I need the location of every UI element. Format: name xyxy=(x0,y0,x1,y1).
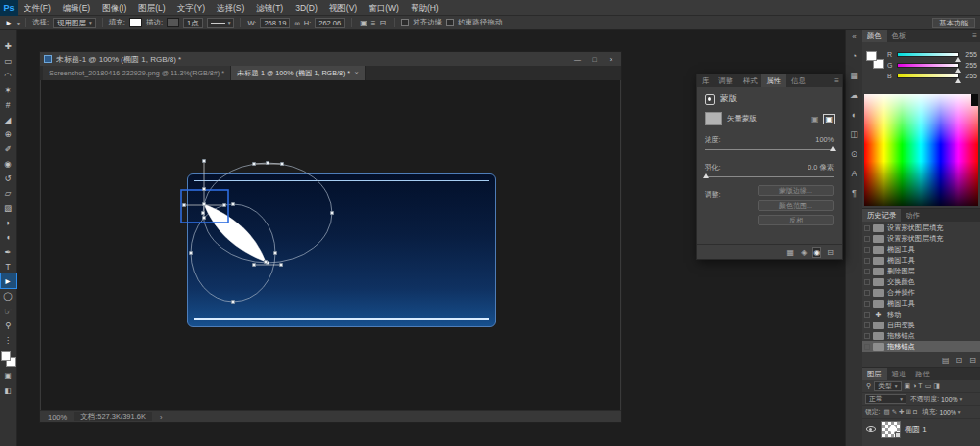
link-dimensions-icon[interactable]: ∞ xyxy=(294,19,299,27)
history-item[interactable]: 合并操作 xyxy=(862,287,980,298)
constrain-path-checkbox[interactable] xyxy=(446,19,454,26)
lock-all-icon[interactable]: ◘ xyxy=(912,408,918,415)
history-item[interactable]: 删除图层 xyxy=(862,266,980,276)
filter-type-dropdown[interactable]: 类型 ▾ xyxy=(874,381,901,391)
anchor-point[interactable] xyxy=(202,187,205,190)
minimize-button[interactable]: — xyxy=(571,56,584,63)
history-snapshot-box[interactable] xyxy=(864,290,870,296)
petal-shape[interactable] xyxy=(204,204,266,262)
height-field[interactable]: 262.06 xyxy=(315,18,345,28)
filter-search-icon[interactable]: ⚲ xyxy=(865,382,872,390)
eraser-tool[interactable]: ▱ xyxy=(1,185,16,200)
stroke-type-dropdown[interactable]: ▾ xyxy=(207,18,235,28)
history-item[interactable]: 椭圆工具 xyxy=(862,298,980,309)
history-snapshot-box[interactable] xyxy=(864,258,870,264)
lock-position-icon[interactable]: ✚ xyxy=(898,408,905,415)
history-snapshot-box[interactable] xyxy=(864,312,870,318)
color-tab-1[interactable]: 色板 xyxy=(887,29,911,42)
properties-tab-2[interactable]: 样式 xyxy=(738,74,762,87)
hand-tool[interactable]: ☞ xyxy=(1,303,16,318)
anchor-point[interactable] xyxy=(266,161,269,164)
gradient-tool[interactable]: ▨ xyxy=(1,200,16,215)
history-tab-1[interactable]: 动作 xyxy=(901,209,925,222)
layers-tab-0[interactable]: 图层 xyxy=(862,368,887,380)
menu-item-8[interactable]: 视图(V) xyxy=(323,0,363,16)
quick-mask-icon[interactable]: ▣ xyxy=(1,369,16,383)
maximize-button[interactable]: □ xyxy=(588,56,601,63)
stroke-width-field[interactable]: 1点 xyxy=(183,18,203,28)
layers-tab-2[interactable]: 路径 xyxy=(910,368,935,380)
mask-thumbnail[interactable] xyxy=(705,112,722,125)
color-tab-0[interactable]: 颜色 xyxy=(862,29,887,42)
close-tab-icon[interactable]: × xyxy=(354,69,359,77)
lock-image-icon[interactable]: ✎ xyxy=(891,408,898,415)
menu-item-1[interactable]: 编辑(E) xyxy=(57,0,96,16)
edit-toolbar-icon[interactable]: ⋮ xyxy=(1,332,16,347)
anchor-point[interactable] xyxy=(202,216,205,219)
feather-value[interactable]: 0.0 像素 xyxy=(808,163,834,173)
channel-slider[interactable] xyxy=(897,63,959,68)
history-item[interactable]: 交换颜色 xyxy=(862,276,980,287)
fill-swatch[interactable] xyxy=(129,18,142,27)
density-slider[interactable] xyxy=(705,149,834,150)
anchor-point[interactable] xyxy=(252,162,255,165)
info-icon[interactable]: ⊙ xyxy=(851,149,858,159)
layer-row[interactable]: 椭圆 1 xyxy=(862,419,980,440)
menu-item-2[interactable]: 图像(I) xyxy=(96,0,132,16)
history-item[interactable]: 设置形状图层填充 xyxy=(862,223,980,233)
libraries-icon[interactable]: ☁ xyxy=(850,90,858,100)
fill-value[interactable]: 100% xyxy=(939,409,956,416)
slider-thumb-icon[interactable] xyxy=(956,57,961,62)
history-tab-0[interactable]: 历史记录 xyxy=(862,209,901,222)
zoom-level[interactable]: 100% xyxy=(48,413,67,421)
properties-tab-3[interactable]: 属性 xyxy=(761,74,786,87)
delete-mask-icon[interactable]: ⊟ xyxy=(827,248,834,257)
anchor-point[interactable] xyxy=(222,203,225,206)
history-item[interactable]: 拖移锚点 xyxy=(862,330,980,341)
canvas-area[interactable] xyxy=(41,80,620,410)
mask-refine-button-2[interactable]: 反相 xyxy=(758,215,834,225)
adjustments-icon[interactable]: ◔ xyxy=(852,51,857,61)
filter-type-icon[interactable]: T xyxy=(917,382,923,389)
apply-mask-icon[interactable]: ◈ xyxy=(801,248,807,257)
history-snapshot-box[interactable] xyxy=(864,301,870,307)
pen-tool[interactable]: ✒ xyxy=(1,244,16,259)
menu-item-4[interactable]: 文字(Y) xyxy=(172,0,211,16)
add-vector-mask-button[interactable]: ▣ xyxy=(824,115,834,124)
panel-menu-icon[interactable]: ≡ xyxy=(834,74,839,87)
close-button[interactable]: × xyxy=(605,56,617,63)
history-snapshot-box[interactable] xyxy=(864,344,870,350)
slider-thumb-icon[interactable] xyxy=(830,146,836,151)
layer-name[interactable]: 椭圆 1 xyxy=(905,424,927,435)
delete-state-icon[interactable]: ⊟ xyxy=(969,356,976,365)
menu-item-3[interactable]: 图层(L) xyxy=(132,0,171,16)
document-tab-1[interactable]: Screenshot_20180416-232929.png @ 11.3%(R… xyxy=(43,66,231,80)
character-icon[interactable]: A xyxy=(851,169,857,178)
color-spectrum-picker[interactable] xyxy=(864,94,978,206)
anchor-point[interactable] xyxy=(202,202,205,205)
3d-icon[interactable]: ◫ xyxy=(850,129,858,139)
tool-preset-chevron-icon[interactable]: ▾ xyxy=(17,20,20,26)
foreground-background-swatches[interactable] xyxy=(1,351,16,367)
lasso-tool[interactable]: ◠ xyxy=(1,68,16,82)
lock-artboard-icon[interactable]: ⊞ xyxy=(906,408,912,415)
filter-smart-object-icon[interactable]: ◨ xyxy=(932,382,941,389)
collapse-panels-icon[interactable]: « xyxy=(852,32,856,41)
anchor-point[interactable] xyxy=(202,159,205,162)
history-snapshot-box[interactable] xyxy=(864,269,870,274)
history-item[interactable]: 设置形状图层填充 xyxy=(862,233,980,244)
anchor-point[interactable] xyxy=(264,260,267,263)
slider-thumb-icon[interactable] xyxy=(703,173,709,178)
width-field[interactable]: 268.19 xyxy=(260,18,290,28)
path-selection-tool[interactable]: ► xyxy=(1,273,16,288)
clone-stamp-tool[interactable]: ◉ xyxy=(1,156,16,171)
crop-tool[interactable]: # xyxy=(1,97,16,112)
history-item[interactable]: 椭圆工具 xyxy=(862,244,980,255)
anchor-point[interactable] xyxy=(252,263,255,266)
path-operations-icon[interactable]: ▣ xyxy=(358,19,369,27)
mask-refine-button-1[interactable]: 颜色范围... xyxy=(758,200,834,211)
properties-tab-1[interactable]: 调整 xyxy=(713,74,738,87)
filter-shape-icon[interactable]: ▭ xyxy=(924,382,933,389)
document-tab-2[interactable]: 未标题-1 @ 100% (椭圆 1, RGB/8) *× xyxy=(231,66,366,80)
dodge-tool[interactable]: ◖ xyxy=(1,229,16,244)
